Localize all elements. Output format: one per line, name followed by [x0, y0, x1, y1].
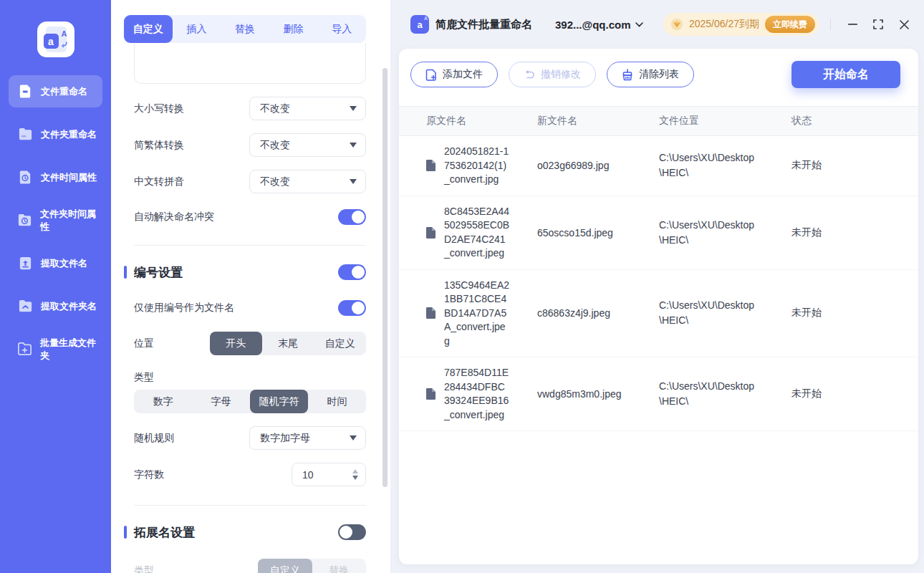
column-header-1: 新文件名 [537, 115, 659, 127]
sidebar-item-file-rename[interactable]: 文件重命名 [9, 75, 102, 107]
number-type-option-3[interactable]: 时间 [308, 390, 366, 413]
position-row: 位置 开头末尾自定义 [134, 332, 366, 355]
expiry-date: 2025/06/27到期 [689, 18, 759, 31]
char-count-row: 字符数 10 [134, 463, 366, 486]
minimize-button[interactable] [842, 14, 862, 34]
simplified-traditional-label: 简繁体转换 [134, 139, 184, 152]
add-files-button[interactable]: 添加文件 [410, 62, 498, 87]
sidebar: a A 文件重命名 文件夹重命名 文件时间属性 文件夹时间属性 提取文件名 提取… [0, 0, 111, 573]
stepper-arrows[interactable] [352, 469, 358, 480]
simplified-traditional-select[interactable]: 不改变 [249, 133, 366, 157]
table-row[interactable]: 135C9464EA21BB71C8CE4BD14A7D7A5A_convert… [399, 270, 918, 358]
case-convert-select[interactable]: 不改变 [249, 97, 366, 120]
only-number-toggle[interactable] [338, 300, 366, 316]
type-segmented-control: 数字字母随机字符时间 [134, 390, 366, 413]
sidebar-item-label: 批量生成文件夹 [40, 337, 102, 362]
case-convert-row: 大小写转换 不改变 [134, 97, 366, 120]
only-number-row: 仅使用编号作为文件名 [134, 299, 366, 317]
undo-button[interactable]: 撤销修改 [509, 62, 596, 87]
new-filename: 65oscso15d.jpeg [537, 227, 659, 239]
close-icon [900, 20, 909, 29]
account-email: 392...@qq.com [555, 19, 631, 31]
extension-type-option-0[interactable]: 自定义 [258, 559, 312, 573]
batch-create-folder-icon [16, 341, 33, 358]
vip-diamond-icon [670, 18, 683, 31]
tab-0[interactable]: 自定义 [124, 15, 173, 43]
maximize-button[interactable] [868, 14, 888, 34]
add-file-icon [425, 69, 437, 81]
position-option-0[interactable]: 开头 [210, 332, 262, 355]
status: 未开始 [791, 226, 918, 239]
extension-type-option-1[interactable]: 替换 [312, 559, 367, 573]
position-segmented-control: 开头末尾自定义 [210, 332, 366, 355]
logo-a-icon: a [44, 34, 59, 49]
sidebar-item-file-time[interactable]: 文件时间属性 [9, 161, 102, 193]
position-option-2[interactable]: 自定义 [314, 332, 366, 355]
tab-3[interactable]: 删除 [269, 15, 318, 43]
sidebar-item-folder-rename[interactable]: 文件夹重命名 [9, 118, 102, 150]
original-filename: 8C8453E2A445029558EC0BD2AE74C241_convert… [444, 205, 510, 261]
account-menu[interactable]: 392...@qq.com [555, 19, 643, 31]
sidebar-item-folder-time[interactable]: 文件夹时间属性 [9, 204, 102, 236]
sidebar-item-label: 提取文件名 [41, 257, 87, 270]
tab-1[interactable]: 插入 [173, 15, 221, 43]
dropdown-caret-icon [350, 435, 357, 440]
table-row[interactable]: 8C8453E2A445029558EC0BD2AE74C241_convert… [399, 196, 918, 270]
new-filename: vwdg85m3m0.jpeg [537, 388, 659, 400]
conflict-label: 自动解决命名冲突 [134, 211, 214, 223]
new-filename: o023g66989.jpg [537, 160, 659, 171]
settings-scrollbar[interactable] [382, 68, 388, 487]
random-rule-value: 数字加字母 [260, 432, 310, 445]
stepper-up-icon[interactable] [352, 469, 358, 473]
chinese-to-pinyin-select[interactable]: 不改变 [249, 170, 366, 193]
number-type-option-1[interactable]: 字母 [192, 390, 250, 413]
sidebar-item-label: 文件重命名 [41, 85, 87, 98]
position-option-1[interactable]: 末尾 [262, 332, 314, 355]
close-button[interactable] [894, 14, 914, 34]
char-count-value: 10 [302, 469, 314, 481]
add-files-label: 添加文件 [443, 68, 483, 81]
file-location: C:\Users\XU\Desktop\HEIC\ [659, 150, 758, 180]
table-row[interactable]: 2024051821-1753620142(1)_convert.jpg o02… [399, 136, 918, 196]
numbering-section-header: 编号设置 [134, 263, 366, 281]
toggle-knob [352, 302, 365, 314]
sidebar-item-extract-filename[interactable]: 提取文件名 [9, 247, 102, 279]
case-convert-value: 不改变 [260, 102, 290, 115]
numbering-toggle[interactable] [338, 264, 366, 280]
sidebar-item-batch-create-folder[interactable]: 批量生成文件夹 [9, 333, 102, 365]
number-type-option-2[interactable]: 随机字符 [250, 390, 308, 413]
clear-list-button[interactable]: 清除列表 [607, 62, 694, 87]
table-row[interactable]: 787E854D11E284434DFBC39324EE9B16_convert… [399, 357, 918, 431]
extract-foldername-icon [16, 298, 34, 315]
file-icon [426, 388, 444, 400]
custom-name-input[interactable] [134, 43, 366, 84]
tab-2[interactable]: 替换 [221, 15, 269, 43]
file-location: C:\Users\XU\Desktop\HEIC\ [659, 298, 758, 328]
app-icon-mini-a: A [424, 16, 428, 21]
random-rule-label: 随机规则 [134, 432, 174, 445]
stepper-down-icon[interactable] [352, 476, 358, 480]
titlebar: aA 简鹿文件批量重命名 392...@qq.com 2025/06/27到期 … [390, 0, 924, 49]
dropdown-caret-icon [350, 143, 357, 148]
minimize-icon [848, 24, 857, 25]
titlebar-divider [830, 19, 831, 30]
tab-4[interactable]: 导入 [317, 15, 366, 43]
conflict-row: 自动解决命名冲突 [134, 208, 366, 226]
number-type-option-0[interactable]: 数字 [134, 390, 192, 413]
undo-icon [524, 69, 535, 80]
original-filename: 787E854D11E284434DFBC39324EE9B16_convert… [444, 366, 510, 422]
extension-toggle[interactable] [338, 524, 366, 540]
char-count-stepper[interactable]: 10 [292, 463, 366, 486]
renew-button[interactable]: 立即续费 [765, 16, 815, 33]
vip-expiry-badge: 2025/06/27到期 立即续费 [663, 13, 819, 36]
folder-rename-icon [16, 126, 34, 143]
sidebar-nav: 文件重命名 文件夹重命名 文件时间属性 文件夹时间属性 提取文件名 提取文件夹名… [0, 75, 111, 365]
conflict-toggle[interactable] [338, 209, 366, 225]
original-filename: 2024051821-1753620142(1)_convert.jpg [444, 145, 510, 187]
start-rename-button[interactable]: 开始命名 [791, 61, 900, 88]
extension-type-segmented-control: 自定义替换 [258, 559, 366, 573]
chinese-to-pinyin-label: 中文转拼音 [134, 175, 184, 188]
chinese-to-pinyin-value: 不改变 [260, 175, 290, 188]
sidebar-item-extract-foldername[interactable]: 提取文件夹名 [9, 290, 102, 322]
random-rule-select[interactable]: 数字加字母 [249, 426, 366, 450]
